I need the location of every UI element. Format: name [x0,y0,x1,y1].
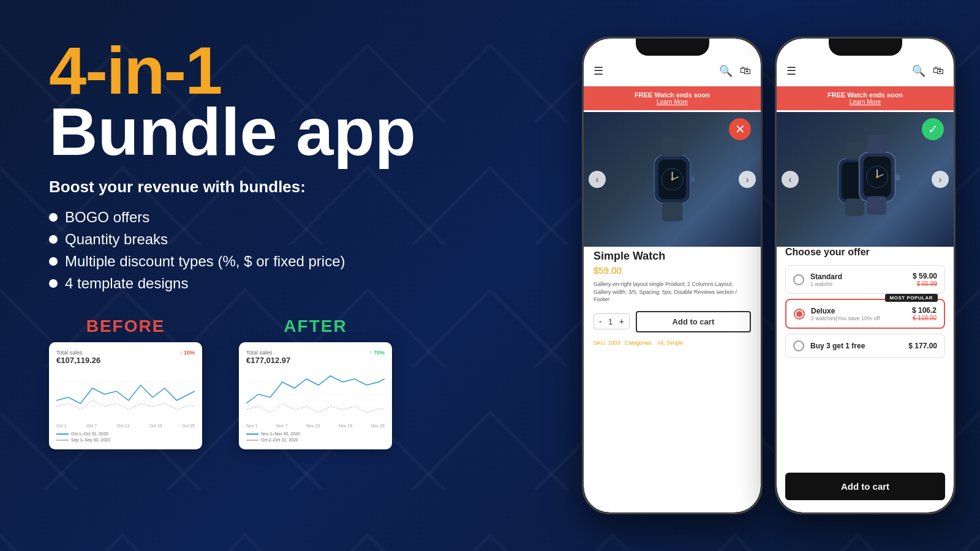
offer-name-deluxe: Deluxe [811,307,906,315]
bullet-text: 4 template designs [65,275,188,292]
phone1-product-footer: SKU: 1003 Categories: All, Simple [594,340,751,346]
phone2-arrow-left[interactable]: ‹ [782,171,799,188]
phone2-status-check: ✓ [922,118,944,140]
list-item: Quantity breaks [49,231,466,248]
watch-illustration-2 [794,126,936,233]
phone1-banner-text: FREE Watch ends soon [589,91,756,99]
phone2-screen: ☰ 🔍 🛍 FREE Watch ends soon Learn More [777,39,954,512]
before-chart: Total sales €107,119.26 ↓ 10% [49,342,202,449]
feature-list: BOGO offers Quantity breaks Multiple dis… [49,209,466,292]
svg-rect-23 [895,174,900,181]
chart-badge: ↓ 10% [179,350,195,365]
offer-price-col-deluxe: $ 106.2 € 118.00 [912,306,937,321]
cart-icon[interactable]: 🛍 [933,64,944,78]
svg-rect-22 [867,196,886,214]
list-item: BOGO offers [49,209,466,226]
phone2-mockup: ☰ 🔍 🛍 FREE Watch ends soon Learn More [775,37,956,514]
hamburger-icon[interactable]: ☰ [786,64,796,78]
list-item: 4 template designs [49,275,466,292]
bullet-icon [49,213,58,222]
phone1-screen: ☰ 🔍 🛍 FREE Watch ends soon Learn More [584,39,761,512]
offer-option-bogo[interactable]: Buy 3 get 1 free $ 177.00 [785,334,945,358]
phone2-add-to-cart-button[interactable]: Add to cart [785,473,945,500]
search-icon[interactable]: 🔍 [719,64,733,78]
qty-minus[interactable]: - [599,317,602,326]
phone2-arrow-right[interactable]: › [932,171,949,188]
most-popular-badge: MOST POPULAR [885,294,938,302]
before-section: BEFORE Total sales €107,119.26 ↓ 10% [49,317,202,449]
phones-container: ☰ 🔍 🛍 FREE Watch ends soon Learn More [582,37,956,514]
phone2-banner: FREE Watch ends soon Learn More [777,86,954,110]
categories-value: All, Simple [657,340,684,346]
phone1-add-to-cart-button[interactable]: Add to cart [636,311,751,332]
before-chart-area [56,370,195,419]
categories-label: Categories: [625,340,653,346]
cart-icon[interactable]: 🛍 [740,64,751,78]
phone1-banner: FREE Watch ends soon Learn More [584,86,761,110]
chart-total-label: Total sales [56,350,100,356]
offer-name-bogo: Buy 3 get 1 free [810,342,902,350]
phone2-offers-section: Choose your offer Standard 1 watcho $ 59… [777,247,954,363]
after-chart-area [246,370,385,419]
nav-icons-right: 🔍 🛍 [719,64,751,78]
offer-info-standard: Standard 1 watcho [810,272,907,287]
qty-value: 1 [606,317,616,326]
list-item: Multiple discount types (%, $ or fixed p… [49,253,466,270]
phone1-atc-row: - 1 + Add to cart [594,311,751,332]
radio-deluxe[interactable] [794,309,805,320]
search-icon[interactable]: 🔍 [912,64,925,78]
choose-offer-title: Choose your offer [785,247,945,258]
offer-old-price-standard: $ 65.99 [913,280,937,287]
bullet-text: Multiple discount types (%, $ or fixed p… [65,253,345,270]
chart-total-value: €177,012.97 [246,356,290,365]
bullet-icon [49,279,58,288]
subtitle: Boost your revenue with bundles: [49,178,466,197]
offer-price-bogo: $ 177.00 [908,342,937,350]
left-panel: 4-in-1 Bundle app Boost your revenue wit… [49,37,466,449]
bullet-text: Quantity breaks [65,231,168,248]
offer-price-standard: $ 59.00 [913,272,937,280]
after-section: AFTER Total sales €177,012.97 ↑ 70% [239,317,392,449]
bullet-icon [49,235,58,244]
offer-name-standard: Standard [810,272,907,281]
radio-bogo[interactable] [793,340,804,351]
before-after-section: BEFORE Total sales €107,119.26 ↓ 10% [49,317,466,449]
offer-old-price-deluxe: € 118.00 [912,315,937,321]
offer-price-col-standard: $ 59.00 $ 65.99 [913,272,937,287]
phone1-status-x: ✕ [729,118,751,140]
offer-sub-standard: 1 watcho [810,281,907,287]
qty-plus[interactable]: + [619,317,624,326]
phone1-banner-link[interactable]: Learn More [589,99,756,105]
nav-icons-right: 🔍 🛍 [912,64,944,78]
phone1-nav: ☰ 🔍 🛍 [584,56,761,86]
phone1-product-info: Simple Watch $59.00 Gallery-on-right lay… [594,250,751,346]
hamburger-icon[interactable]: ☰ [594,64,603,78]
after-chart: Total sales €177,012.97 ↑ 70% [239,342,392,449]
phone2-banner-link[interactable]: Learn More [782,99,949,105]
svg-point-27 [876,176,878,178]
bullet-text: BOGO offers [65,209,149,226]
offer-option-standard[interactable]: Standard 1 watcho $ 59.00 $ 65.99 [785,265,945,294]
svg-point-14 [671,178,674,181]
svg-rect-18 [845,198,864,216]
phone1-arrow-right[interactable]: › [739,171,756,188]
phone2-notch [829,39,902,56]
before-label: BEFORE [86,317,165,336]
offer-sub-deluxe: 2 watches|You save 10% off [811,315,906,321]
svg-rect-8 [662,138,682,157]
offer-option-deluxe[interactable]: MOST POPULAR Deluxe 2 watches|You save 1… [785,299,945,329]
radio-standard[interactable] [793,274,804,285]
phone1-product-name: Simple Watch [594,250,751,263]
svg-rect-10 [690,176,695,182]
phone1-qty-control[interactable]: - 1 + [594,313,630,329]
phone2-banner-text: FREE Watch ends soon [782,91,949,99]
phone1-product-price: $59.00 [594,265,751,276]
bullet-icon [49,257,58,266]
sku-label: SKU: 1003 [594,340,620,346]
title-main: Bundle app [49,98,466,165]
offer-info-deluxe: Deluxe 2 watches|You save 10% off [811,307,906,321]
svg-rect-21 [867,135,886,154]
phone1-arrow-left[interactable]: ‹ [589,171,606,188]
svg-rect-9 [662,202,682,221]
phone2-nav: ☰ 🔍 🛍 [777,56,954,86]
